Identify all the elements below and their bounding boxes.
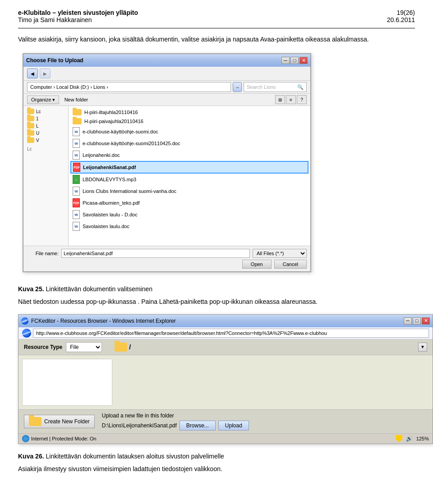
create-new-folder-button[interactable]: Create New Folder — [24, 415, 95, 428]
upload-path: D:\Lions\LeijonahenkiSanat.pdf — [102, 422, 177, 429]
file-item-5[interactable]: W Leijonahenki.doc — [70, 149, 309, 161]
fck-title-text: FCKeditor - Resources Browser - Windows … — [31, 318, 176, 324]
organize-arrow-icon: ▾ — [52, 97, 55, 103]
fck-title-bar: FCKeditor - Resources Browser - Windows … — [18, 315, 433, 327]
file-item-1[interactable]: H-piiri-iltajuhla20110416 — [70, 108, 309, 117]
status-left: Internet | Protected Mode: On — [22, 435, 97, 442]
file-item-9[interactable]: PDF Picasa-albumien_teko.pdf — [70, 197, 309, 209]
caption-1-text: Linkitettävän dokumentin valitseminen — [46, 285, 152, 293]
sidebar-item-5[interactable]: V — [23, 137, 68, 144]
fck-title-controls: ─ □ ✕ — [404, 317, 430, 325]
sidebar-item-2[interactable]: 1 — [23, 115, 68, 122]
folder-label: / — [129, 344, 131, 351]
go-button[interactable]: → — [233, 82, 242, 92]
file-item-2[interactable]: H-piiri-paivajuhla20110416 — [70, 117, 309, 126]
action-buttons: Open Cancel — [27, 260, 307, 269]
doc-icon-1: W — [73, 127, 80, 136]
create-folder-icon — [29, 417, 41, 426]
open-button[interactable]: Open — [242, 260, 272, 269]
shield-icon — [396, 435, 402, 442]
document-date: 20.6.2011 — [387, 16, 415, 23]
fck-main-area — [18, 355, 433, 409]
fck-ie-icon-2 — [22, 329, 31, 338]
status-text: Internet | Protected Mode: On — [31, 436, 97, 441]
browse-button[interactable]: Browse... — [180, 421, 216, 431]
view-controls: ⊞ ≡ ? — [275, 95, 307, 104]
resource-type-label: Resource Type — [24, 344, 62, 350]
windows-file-dialog: Choose File to Upload ─ □ ✕ ◀ ▶ Computer… — [23, 54, 311, 272]
sidebar-item-3[interactable]: L — [23, 122, 68, 129]
fck-url-input[interactable] — [33, 329, 429, 338]
breadcrumb[interactable]: Computer › Local Disk (D:) › Lions › — [27, 82, 231, 92]
folder-icon-5 — [27, 137, 34, 143]
content-area: Lc 1 L U V Lc — [23, 106, 310, 246]
doc-icon-2: W — [73, 139, 80, 148]
doc-icon-6: W — [73, 222, 80, 231]
status-right: 🔊 125% — [396, 435, 429, 442]
sidebar-bottom: Lc — [23, 146, 68, 152]
document-title: e-Klubitalo – yleisten sivustojen ylläpi… — [18, 9, 138, 16]
zoom-level: 125% — [416, 436, 429, 441]
fck-address-bar — [18, 327, 433, 339]
minimize-button[interactable]: ─ — [281, 57, 290, 64]
mp3-icon-1: ♪ — [73, 175, 80, 184]
fck-close-button[interactable]: ✕ — [422, 317, 430, 325]
cancel-button[interactable]: Cancel — [274, 260, 307, 269]
sidebar-item-1[interactable]: Lc — [23, 108, 68, 115]
fck-right-panel — [116, 355, 433, 409]
file-item-11[interactable]: W Savolaisten laulu.doc — [70, 220, 309, 232]
page-number: 19(26) — [387, 9, 415, 16]
file-item-6-selected[interactable]: PDF LeijonahenkiSanat.pdf — [70, 161, 309, 174]
doc-icon-3: W — [73, 151, 80, 160]
fck-file-panel — [22, 359, 112, 406]
caption-2-text: Linkitettävän dokumentin latauksen aloit… — [46, 453, 224, 460]
file-dialog-screenshot: Choose File to Upload ─ □ ✕ ◀ ▶ Computer… — [23, 53, 311, 272]
back-button[interactable]: ◀ — [27, 69, 38, 78]
fck-maximize-button[interactable]: □ — [413, 317, 421, 325]
bottom-bar: File name: All Files (*.*) Open Cancel — [23, 246, 310, 271]
filename-input[interactable] — [61, 249, 250, 258]
file-item-8[interactable]: W Lions Clubs International suomi-vanha.… — [70, 185, 309, 197]
doc-icon-4: W — [73, 187, 80, 196]
resource-type-select[interactable]: File — [66, 342, 102, 352]
intro-paragraph: Valitse asiakirja, siirry kansioon, joka… — [18, 35, 415, 44]
maximize-button[interactable]: □ — [290, 57, 299, 64]
organize-button[interactable]: Organize ▾ — [27, 96, 59, 104]
ie-icon — [21, 317, 28, 325]
doc-icon-5: W — [73, 210, 80, 219]
filetype-select[interactable]: All Files (*.*) — [253, 249, 307, 258]
file-item-4[interactable]: W e-clubhouse-käyttöohje-suomi20110425.d… — [70, 137, 309, 149]
action-bar: Organize ▾ New folder ⊞ ≡ ? — [23, 94, 310, 106]
filename-row: File name: All Files (*.*) — [27, 249, 307, 258]
sidebar-item-4[interactable]: U — [23, 129, 68, 137]
new-folder-button[interactable]: New folder — [63, 96, 90, 103]
close-button[interactable]: ✕ — [299, 57, 308, 64]
resource-type-bar: Resource Type File / ▼ — [18, 339, 433, 355]
file-item-7[interactable]: ♪ LBDONALEVYTYS.mp3 — [70, 174, 309, 185]
folder-nav-icon — [115, 343, 127, 352]
fck-dialog-screenshot: FCKeditor - Resources Browser - Windows … — [18, 314, 433, 444]
globe-icon — [22, 435, 29, 442]
dialog-title: Choose File to Upload — [26, 57, 83, 64]
search-icon[interactable]: 🔍 — [297, 84, 304, 90]
folder-navigation: / — [115, 343, 415, 352]
view-btn-2[interactable]: ≡ — [286, 95, 296, 104]
fck-minimize-button[interactable]: ─ — [404, 317, 412, 325]
folder-icon-4 — [27, 130, 34, 136]
upload-button[interactable]: Upload — [218, 421, 249, 431]
forward-button[interactable]: ▶ — [40, 69, 51, 78]
caption-1: Kuva 25. Linkitettävän dokumentin valits… — [18, 284, 415, 294]
organize-label: Organize — [31, 97, 51, 102]
fck-status-bar: Internet | Protected Mode: On 🔊 125% — [18, 433, 433, 444]
fck-body: Resource Type File / ▼ Create New Folde — [18, 339, 433, 433]
view-btn-1[interactable]: ⊞ — [275, 95, 285, 104]
file-item-10[interactable]: W Savolaisten laulu - D.doc — [70, 209, 309, 220]
pdf-icon-2: PDF — [73, 198, 80, 207]
caption-2: Kuva 26. Linkitettävän dokumentin latauk… — [18, 451, 415, 461]
file-item-3[interactable]: W e-clubhouse-käyttöohje-suomi.doc — [70, 126, 309, 137]
document-author: Timo ja Sami Hakkarainen — [18, 16, 138, 23]
folder-icon-item-2 — [73, 118, 82, 124]
search-box[interactable]: Search Lions 🔍 — [244, 82, 307, 92]
view-btn-3[interactable]: ? — [297, 95, 307, 104]
folder-arrow-button[interactable]: ▼ — [418, 343, 427, 352]
